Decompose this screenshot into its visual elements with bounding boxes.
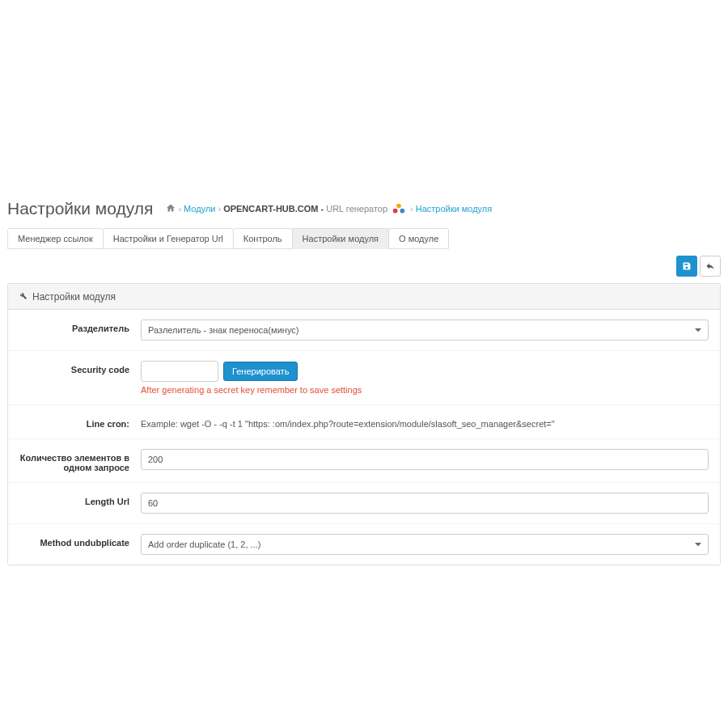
length-label: Length Url [19,493,141,506]
security-help-text: After generating a secret key remember t… [141,385,709,395]
wrench-icon [18,290,28,303]
security-label: Security code [19,361,141,375]
svg-point-1 [393,209,398,214]
breadcrumb-modules[interactable]: Модули [184,204,215,214]
undup-label: Method undubplicate [19,534,141,548]
svg-point-0 [396,204,401,209]
breadcrumb-brand-tail: URL генератор [326,204,387,214]
batch-label: Количество элементов в одном запросе [19,449,141,472]
breadcrumb-current[interactable]: Настройки модуля [416,204,492,214]
breadcrumb: › Модули › OPENCART-HUB.COM - URL генера… [166,202,492,215]
home-icon[interactable] [166,203,176,214]
save-button[interactable] [676,256,697,277]
separator-select[interactable]: Разлелитель - знак переноса(минус) [141,320,709,341]
panel-heading: Настройки модуля [8,284,720,310]
tab-link-manager[interactable]: Менеджер ссылок [7,228,104,249]
tab-about[interactable]: О модуле [388,228,449,249]
panel-title: Настройки модуля [32,291,116,303]
batch-input[interactable] [141,449,709,470]
length-input[interactable] [141,493,709,514]
svg-point-2 [400,209,405,214]
brand-logo-icon [390,202,408,215]
cron-label: Line cron: [19,415,141,429]
settings-panel: Настройки модуля Разделитель Разлелитель… [7,283,721,565]
action-bar [1,249,727,283]
undup-select[interactable]: Add order duplicate (1, 2, ...) [141,534,709,555]
generate-button[interactable]: Генерировать [223,362,298,381]
tab-control[interactable]: Контроль [233,228,293,249]
tabs: Менеджер ссылок Настройки и Генератор Ur… [1,228,727,249]
tab-settings-generator[interactable]: Настройки и Генератор Url [103,228,234,249]
breadcrumb-brand-bold: OPENCART-HUB.COM - [223,204,324,214]
security-code-input[interactable] [141,361,218,382]
separator-label: Разделитель [19,320,141,333]
tab-module-settings[interactable]: Настройки модуля [292,228,389,249]
cron-example: Example: wget -O - -q -t 1 "https: :om/i… [141,415,709,429]
back-button[interactable] [700,256,721,277]
page-title: Настройки модуля [7,199,153,218]
